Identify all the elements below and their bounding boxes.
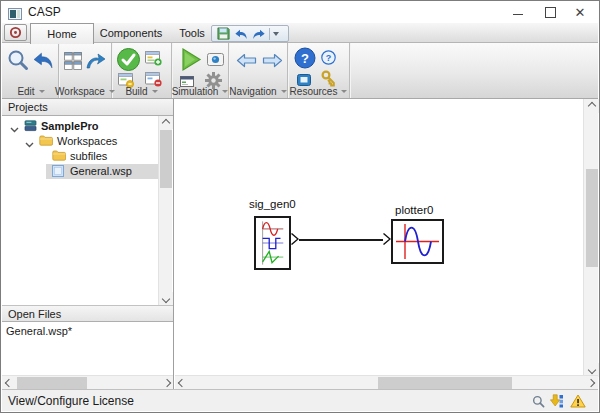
group-dropdown-icon	[222, 90, 228, 93]
tree-item-subfiles[interactable]: subfiles	[2, 149, 158, 164]
ribbon-group-build-label[interactable]: Build	[112, 86, 171, 97]
canvas-vscrollbar[interactable]	[583, 99, 598, 377]
application-menu-button[interactable]	[4, 24, 27, 41]
tree-item-label: SamplePro	[41, 120, 98, 132]
add-window-button[interactable]	[145, 51, 162, 66]
sync-arrow-icon	[85, 50, 106, 71]
tree-item-samplepro[interactable]: SamplePro	[2, 119, 158, 134]
open-file-item[interactable]: General.wsp*	[2, 322, 173, 337]
ribbon-group-simulation-label[interactable]: Simulation	[172, 86, 228, 97]
canvas-hscrollbar[interactable]	[175, 375, 598, 389]
plotter-icon	[394, 222, 441, 261]
tree-item-label: General.wsp	[70, 165, 132, 177]
run-simulation-button[interactable]	[177, 46, 204, 73]
minimize-icon	[513, 14, 523, 15]
scroll-left-button[interactable]	[175, 376, 189, 390]
snapshot-icon	[207, 53, 224, 66]
windows-grid-icon	[64, 52, 82, 70]
tab-home[interactable]: Home	[30, 23, 94, 44]
workspace-windows-button[interactable]	[64, 52, 82, 70]
tree-item-label: subfiles	[70, 150, 107, 162]
group-label-text: Resources	[290, 86, 338, 97]
output-port-icon[interactable]	[291, 233, 299, 245]
quick-access-toolbar	[211, 25, 289, 42]
left-panel: Projects SamplePro Workspaces subfi	[2, 99, 174, 389]
block-plotter0[interactable]	[391, 219, 444, 264]
tree-item-generalwsp[interactable]: General.wsp	[2, 164, 158, 179]
redo-button[interactable]	[250, 26, 268, 41]
scroll-left-button[interactable]	[2, 376, 15, 390]
minimize-button[interactable]	[501, 1, 535, 23]
tree-item-workspaces[interactable]: Workspaces	[2, 134, 158, 149]
scroll-up-button[interactable]	[584, 99, 599, 113]
about-button[interactable]: ?	[321, 50, 336, 65]
license-key-icon	[321, 70, 336, 87]
workspace-sync-button[interactable]	[85, 50, 106, 71]
schematic-canvas[interactable]: sig_gen0 plotter0	[175, 99, 598, 389]
ribbon-group-edit-label[interactable]: Edit	[4, 86, 58, 97]
input-port-icon[interactable]	[383, 233, 391, 245]
app-logo-icon	[9, 26, 22, 39]
block-sig-gen0[interactable]	[254, 216, 291, 270]
media-button[interactable]	[297, 74, 311, 86]
connection-wire[interactable]	[299, 239, 383, 241]
scroll-down-button[interactable]	[159, 292, 173, 305]
project-icon	[24, 120, 37, 134]
group-label-text: Build	[125, 86, 147, 97]
remove-window-button[interactable]	[145, 72, 162, 87]
projects-scrollbar[interactable]	[158, 116, 172, 305]
undo-button[interactable]	[232, 26, 250, 41]
save-button[interactable]	[214, 26, 232, 41]
maximize-icon	[545, 7, 556, 18]
tab-tools[interactable]: Tools	[168, 23, 216, 43]
ribbon-group-navigation-label[interactable]: Navigation	[229, 86, 287, 97]
group-dropdown-icon	[152, 90, 158, 93]
ribbon-group-workspace: Workspace	[59, 43, 112, 98]
undo-icon	[234, 28, 248, 40]
build-check-button[interactable]	[116, 47, 141, 72]
ribbon: Edit Workspace	[2, 43, 598, 99]
scroll-up-button[interactable]	[159, 116, 173, 129]
group-dropdown-icon	[341, 90, 347, 93]
svg-text:?: ?	[301, 51, 309, 66]
maximize-button[interactable]	[533, 1, 567, 23]
app-window: CASP ✕ Home Components Tools	[0, 0, 600, 413]
tab-components[interactable]: Components	[95, 23, 167, 43]
status-updates-button[interactable]	[549, 393, 565, 409]
status-text[interactable]: View/Configure License	[8, 394, 134, 408]
snapshot-button[interactable]	[207, 53, 224, 66]
save-icon	[216, 26, 231, 41]
scrollbar-thumb[interactable]	[17, 377, 87, 389]
block-label-sig-gen0: sig_gen0	[249, 198, 296, 210]
ribbon-group-workspace-label[interactable]: Workspace	[59, 86, 111, 97]
titlebar: CASP ✕	[1, 1, 599, 23]
qat-more-button[interactable]	[271, 26, 281, 41]
app-icon	[8, 6, 22, 18]
help-button[interactable]: ?	[294, 47, 316, 69]
close-button[interactable]: ✕	[563, 1, 597, 23]
folder-icon	[39, 135, 53, 148]
qat-separator	[269, 28, 270, 40]
zoom-button[interactable]	[6, 48, 30, 72]
close-icon: ✕	[575, 6, 586, 19]
undo-edit-button[interactable]	[32, 51, 54, 69]
about-icon: ?	[321, 50, 336, 65]
zoom-icon	[532, 395, 545, 408]
chevron-up-icon	[587, 102, 595, 110]
scrollbar-thumb[interactable]	[586, 169, 598, 267]
remove-window-icon	[145, 72, 162, 87]
navigate-forward-button[interactable]	[262, 53, 283, 68]
forward-arrow-icon	[262, 53, 283, 68]
license-button[interactable]	[321, 70, 336, 87]
status-zoom-button[interactable]	[530, 393, 546, 409]
scroll-right-button[interactable]	[160, 376, 173, 390]
status-warning-button[interactable]	[570, 393, 586, 409]
navigate-back-button[interactable]	[236, 53, 257, 68]
media-icon	[297, 74, 311, 86]
ribbon-group-resources-label[interactable]: Resources	[288, 86, 349, 97]
left-panel-hscrollbar[interactable]	[2, 375, 173, 389]
scroll-right-button[interactable]	[584, 376, 598, 390]
scrollbar-thumb[interactable]	[378, 377, 512, 389]
workspace-file-icon	[52, 165, 64, 179]
scrollbar-thumb[interactable]	[160, 130, 172, 188]
